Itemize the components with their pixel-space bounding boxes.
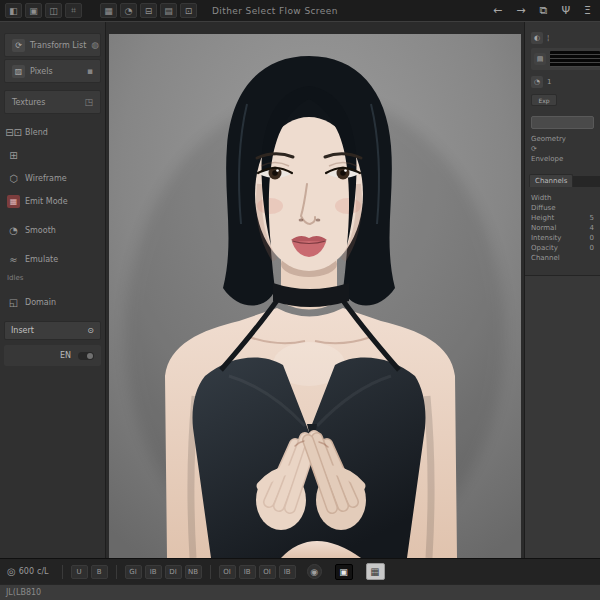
property-row[interactable]: Intensity 0 bbox=[531, 234, 594, 243]
toolbar-separator bbox=[116, 565, 117, 579]
sidebar-item-smooth[interactable]: ◔ Smooth bbox=[0, 219, 105, 242]
panel-mode-row[interactable]: ◐ ¦ bbox=[525, 30, 600, 45]
pointer-mode-button[interactable]: ◉ bbox=[307, 564, 322, 579]
export-button-label: Exp bbox=[538, 97, 549, 104]
empty-panel bbox=[525, 275, 600, 559]
select-tool-button[interactable]: ◧ bbox=[5, 3, 22, 18]
swatch-icon[interactable]: ▪ bbox=[87, 66, 93, 76]
button-label: OI bbox=[223, 568, 231, 576]
property-row[interactable]: Diffuse bbox=[531, 204, 594, 213]
sidebar-item-label: Blend bbox=[25, 128, 48, 137]
window-title: Dither Select Flow Screen bbox=[212, 6, 338, 16]
channel-buttons-group: GI IB DI NB bbox=[125, 565, 202, 579]
value-input[interactable] bbox=[531, 116, 594, 129]
sidebar-item-textures[interactable]: Textures ◳ bbox=[4, 90, 101, 114]
layers-view-button[interactable]: ⊟ bbox=[140, 3, 157, 18]
zoom-mode: c/L bbox=[37, 567, 49, 576]
sidebar-item-emit-mode[interactable]: ▦ Emit Mode bbox=[0, 190, 105, 213]
sidebar-item-label: Transform List bbox=[30, 41, 86, 50]
sidebar-item-label: Textures bbox=[12, 98, 45, 107]
dial-icon: ◔ bbox=[531, 76, 543, 88]
sidebar-item-pixels[interactable]: ▨ Pixels ▪ bbox=[4, 59, 101, 83]
sidebar-item-blend[interactable]: ⊟⊡ Blend bbox=[0, 121, 105, 144]
snap-button[interactable]: ⊡ bbox=[180, 3, 197, 18]
property-row[interactable]: Height 5 bbox=[531, 214, 594, 223]
levels-icon: ▤ bbox=[534, 53, 546, 65]
zoom-control[interactable]: ◎ 600 c/L bbox=[7, 566, 49, 577]
redo-icon[interactable]: → bbox=[516, 4, 525, 17]
mask-tool-button[interactable]: ⌗ bbox=[65, 3, 82, 18]
undo-icon[interactable]: ← bbox=[493, 4, 502, 17]
rotation-row[interactable]: ◔ 1 bbox=[525, 74, 600, 89]
property-label: Opacity bbox=[531, 244, 558, 253]
rotate-view-button[interactable]: ◔ bbox=[120, 3, 137, 18]
channel-nb-button[interactable]: NB bbox=[185, 565, 202, 579]
sidebar-item-label: Emulate bbox=[25, 255, 58, 264]
emit-mode-icon: ▦ bbox=[7, 195, 20, 208]
overlay-oi-button[interactable]: OI bbox=[219, 565, 236, 579]
overlay-ib-button[interactable]: IB bbox=[239, 565, 256, 579]
sidebar-item-emulate[interactable]: ≈ Emulate bbox=[0, 248, 105, 271]
top-toolbar: ◧ ▣ ◫ ⌗ ▦ ◔ ⊟ ▤ ⊡ Dither Select Flow Scr… bbox=[0, 0, 600, 22]
crop-tool-button[interactable]: ◫ bbox=[45, 3, 62, 18]
channel-ib-button[interactable]: IB bbox=[145, 565, 162, 579]
left-sidebar: ⟳ Transform List ◍ ▨ Pixels ▪ Textures ◳… bbox=[0, 22, 106, 558]
property-row[interactable]: Normal 4 bbox=[531, 224, 594, 233]
toggle-switch[interactable] bbox=[78, 352, 94, 360]
history-controls: ← → ⧉ Ψ Ξ bbox=[493, 4, 595, 17]
view-b-button[interactable]: B bbox=[91, 565, 108, 579]
pixels-icon: ▨ bbox=[12, 65, 25, 78]
sidebar-item-idles[interactable]: Idles bbox=[0, 271, 105, 285]
gradient-slider-row: ▤ bbox=[531, 48, 600, 70]
snap-icon: ⊡ bbox=[185, 6, 193, 16]
grid-overlay-button[interactable]: ▦ bbox=[366, 563, 385, 580]
property-value: 0 bbox=[590, 234, 594, 243]
flatten-icon[interactable]: Ξ bbox=[584, 4, 591, 17]
property-row[interactable]: Width bbox=[531, 194, 594, 203]
grid-view-button[interactable]: ▦ bbox=[100, 3, 117, 18]
sidebar-item-grid[interactable]: ⊞ bbox=[0, 144, 105, 167]
canvas-viewport[interactable] bbox=[106, 22, 524, 558]
property-value: 4 bbox=[590, 224, 594, 233]
sidebar-item-domain[interactable]: ◱ Domain bbox=[0, 291, 105, 314]
view-buttons-group: U B bbox=[71, 565, 108, 579]
grid-overlay-icon: ▦ bbox=[370, 566, 379, 577]
language-toggle-row[interactable]: EN bbox=[4, 345, 101, 366]
export-button[interactable]: Exp bbox=[531, 94, 557, 106]
preview-dark-button[interactable]: ▣ bbox=[335, 564, 353, 580]
overlay-ib2-button[interactable]: IB bbox=[279, 565, 296, 579]
toggle-label: EN bbox=[60, 351, 71, 360]
property-value: 5 bbox=[590, 214, 594, 223]
branch-icon[interactable]: Ψ bbox=[561, 4, 570, 17]
properties-list: Width Diffuse Height 5 Normal 4 Intensit… bbox=[525, 187, 600, 263]
move-tool-button[interactable]: ▣ bbox=[25, 3, 42, 18]
crop-tool-icon: ◫ bbox=[49, 6, 58, 16]
sidebar-item-wireframe[interactable]: ⬡ Wireframe bbox=[0, 167, 105, 190]
move-tool-icon: ▣ bbox=[29, 6, 38, 16]
select-tool-icon: ◧ bbox=[9, 6, 18, 16]
mask-tool-icon: ⌗ bbox=[71, 5, 76, 16]
property-label: Normal bbox=[531, 224, 556, 233]
sidebar-item-transform-list[interactable]: ⟳ Transform List ◍ bbox=[4, 33, 101, 57]
button-label: OI bbox=[263, 568, 271, 576]
gradient-slider[interactable] bbox=[550, 51, 600, 67]
channel-gi-button[interactable]: GI bbox=[125, 565, 142, 579]
sidebar-item-label: Emit Mode bbox=[25, 197, 68, 206]
view-u-button[interactable]: U bbox=[71, 565, 88, 579]
portrait-image bbox=[109, 34, 521, 558]
globe-icon[interactable]: ◍ bbox=[91, 40, 99, 50]
channel-di-button[interactable]: DI bbox=[165, 565, 182, 579]
property-row[interactable]: Channel bbox=[531, 254, 594, 263]
smooth-icon: ◔ bbox=[7, 224, 20, 237]
overlay-oi2-button[interactable]: OI bbox=[259, 565, 276, 579]
refresh-icon[interactable]: ⟳ bbox=[525, 144, 600, 154]
blend-icon: ⊟⊡ bbox=[7, 126, 20, 139]
insert-section-header[interactable]: Insert ⊙ bbox=[4, 321, 101, 340]
property-row[interactable]: Opacity 0 bbox=[531, 244, 594, 253]
overlay-buttons-group: OI IB OI IB bbox=[219, 565, 296, 579]
channels-view-button[interactable]: ▤ bbox=[160, 3, 177, 18]
gear-icon[interactable]: ⊙ bbox=[87, 326, 94, 335]
snapshot-icon[interactable]: ⧉ bbox=[540, 4, 548, 17]
corner-icon[interactable]: ◳ bbox=[84, 97, 93, 107]
tab-channels[interactable]: Channels bbox=[529, 174, 573, 187]
